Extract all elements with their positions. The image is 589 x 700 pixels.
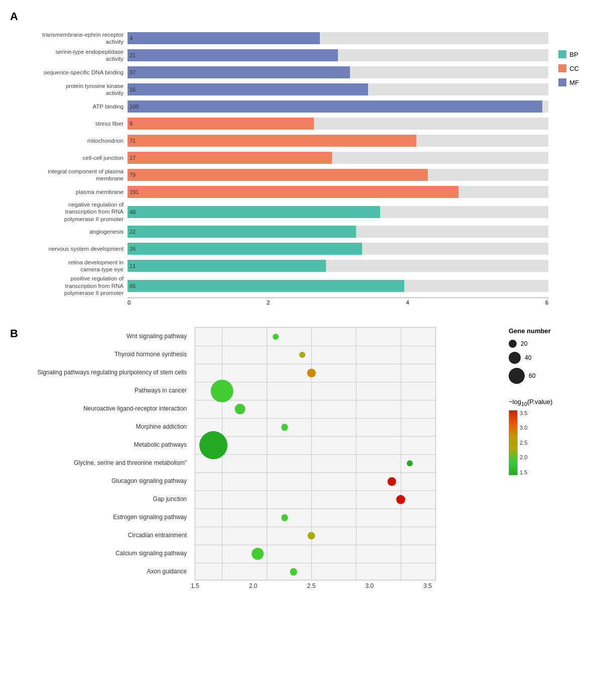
dot-point xyxy=(211,380,233,403)
legend-color-box xyxy=(558,78,566,86)
bar-label: angiogenesis xyxy=(22,228,128,235)
bar-row: integral component of plasmamembrane79 xyxy=(22,167,548,183)
grid-line-h xyxy=(195,545,435,545)
dot-y-label: Neuroactive ligand-receptor interaction xyxy=(10,399,191,418)
bar-fill: 17 xyxy=(128,152,332,164)
dot-y-label: Axon guidance xyxy=(10,562,191,580)
bar-fill: 100 xyxy=(128,101,542,113)
grid-line-h xyxy=(195,418,435,419)
dot-point xyxy=(281,424,288,431)
bar-fill: 48 xyxy=(128,206,380,218)
gradient-bar xyxy=(509,410,518,475)
legend-label: CC xyxy=(569,65,579,72)
bar-bg: 11 xyxy=(128,260,548,272)
dot-x-tick: 2.0 xyxy=(249,582,258,589)
legend-b: Gene number 204060 −log10(P.value) 3.53.… xyxy=(509,327,579,475)
dot-y-label: Metabolic pathways xyxy=(10,436,191,454)
bar-row: mitochondrion71 xyxy=(22,133,548,149)
dot-x-axis: 1.52.02.53.03.5 xyxy=(191,580,494,591)
grid-line-h xyxy=(195,509,435,509)
bar-bg: 9 xyxy=(128,118,548,130)
bar-label: serine-type endopeptidaseactivity xyxy=(22,48,128,63)
bar-value: 11 xyxy=(130,263,136,269)
size-legend-item: 20 xyxy=(509,340,579,348)
bar-value: 21 xyxy=(130,52,136,58)
bar-fill: 22 xyxy=(128,226,356,238)
size-legend-circle xyxy=(509,368,525,384)
figure-container: A transmembrane-ephrin receptoractivity4… xyxy=(0,0,589,602)
bar-row: protein tyrosine kinaseactivity16 xyxy=(22,81,548,97)
grid-line-h xyxy=(195,527,435,527)
panel-a-label: A xyxy=(10,10,18,23)
bar-value: 4 xyxy=(130,35,133,41)
dot-x-tick: 1.5 xyxy=(191,582,199,589)
panel-b-label: B xyxy=(10,327,18,340)
dot-point xyxy=(396,495,405,504)
dot-y-label: Wnt signaling pathway xyxy=(10,327,191,345)
bar-fill: 79 xyxy=(128,169,428,181)
bar-bg: 21 xyxy=(128,49,548,61)
bar-label: plasma membrane xyxy=(22,188,128,195)
pvalue-legend-title: −log10(P.value) xyxy=(509,398,579,407)
gradient-label: 3.0 xyxy=(520,425,527,431)
grid-line-h xyxy=(195,364,435,364)
gradient-legend: 3.53.02.52.01.5 xyxy=(509,410,579,475)
bar-row: plasma membrane191 xyxy=(22,184,548,200)
bar-row: cell-cell junction17 xyxy=(22,150,548,166)
grid-line-h xyxy=(195,472,435,473)
gradient-label: 1.5 xyxy=(520,469,527,475)
bar-bg: 100 xyxy=(128,101,548,113)
bar-fill: 4 xyxy=(128,32,320,44)
bar-value: 65 xyxy=(130,283,136,289)
bar-value: 17 xyxy=(130,155,136,161)
x-tick-6: 6 xyxy=(545,299,548,306)
dot-x-axis-wrapper: 1.52.02.53.03.5 xyxy=(10,580,494,591)
bar-row: ATP binding100 xyxy=(22,98,548,115)
bar-row: positive regulation oftranscription from… xyxy=(22,275,548,296)
bar-bg: 191 xyxy=(128,186,548,198)
bar-label: nervous system development xyxy=(22,245,128,252)
legend-label: BP xyxy=(569,51,578,58)
bar-row: serine-type endopeptidaseactivity21 xyxy=(22,47,548,63)
bar-bg: 48 xyxy=(128,206,548,218)
bar-value: 48 xyxy=(130,209,136,215)
legend-color-box xyxy=(558,50,566,58)
bar-label: retina development incamera-type eye xyxy=(22,259,128,273)
dot-point xyxy=(299,352,305,358)
grid-line-v xyxy=(267,328,267,580)
bar-label: sequence-specific DNA binding xyxy=(22,69,128,76)
legend-item-bp: BP xyxy=(558,50,579,58)
dot-point xyxy=(252,548,264,560)
bar-row: nervous system development26 xyxy=(22,241,548,257)
gradient-label: 2.0 xyxy=(520,454,527,460)
x-tick-4: 4 xyxy=(406,299,409,306)
x-axis-a: 0 2 4 6 xyxy=(128,297,548,307)
bar-value: 71 xyxy=(130,138,136,144)
gradient-label: 2.5 xyxy=(520,440,527,446)
size-legend-item: 40 xyxy=(509,352,579,364)
dot-point xyxy=(407,460,413,466)
bar-bg: 16 xyxy=(128,83,548,95)
dot-y-label: Pathways in cancer xyxy=(10,381,191,399)
bar-rows: transmembrane-ephrin receptoractivity4se… xyxy=(22,30,548,297)
bar-fill: 71 xyxy=(128,135,416,147)
dot-x-tick: 3.5 xyxy=(423,582,432,589)
bar-label: ATP binding xyxy=(22,103,128,110)
grid-line-h xyxy=(195,346,435,346)
bar-fill: 191 xyxy=(128,186,458,198)
bar-label: cell-cell junction xyxy=(22,154,128,161)
bar-value: 22 xyxy=(130,229,136,235)
dot-point xyxy=(234,404,245,415)
bar-bg: 26 xyxy=(128,243,548,255)
bar-value: 26 xyxy=(130,246,136,252)
gradient-labels: 3.53.02.52.01.5 xyxy=(520,410,527,475)
bar-bg: 22 xyxy=(128,226,548,238)
legend-color-box xyxy=(558,64,566,72)
bar-label: transmembrane-ephrin receptoractivity xyxy=(22,31,128,46)
size-legend-label: 40 xyxy=(525,354,531,361)
grid-line-h xyxy=(195,382,435,382)
dot-point xyxy=(290,568,297,576)
bar-fill: 21 xyxy=(128,49,338,61)
grid-line-h xyxy=(195,400,435,401)
bar-row: sequence-specific DNA binding37 xyxy=(22,64,548,80)
